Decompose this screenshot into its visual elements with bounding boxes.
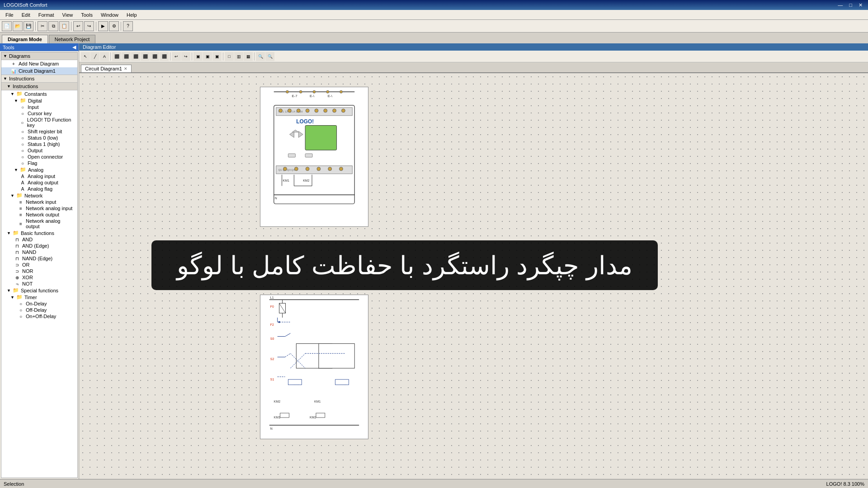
menu-format[interactable]: Format: [35, 11, 58, 19]
sep3: [96, 22, 96, 31]
zoom-in[interactable]: 🔍: [256, 52, 265, 61]
status0-icon: ○: [19, 136, 26, 141]
td-function-key-item[interactable]: ○ LOGO! TD Function key: [1, 117, 77, 128]
redo-diagram[interactable]: ↪: [181, 52, 190, 61]
block-btn2[interactable]: ▣: [203, 52, 212, 61]
instructions-section-header[interactable]: ▼ Instructions: [1, 83, 77, 90]
shift-register-item[interactable]: ○ Shift register bit: [1, 128, 77, 135]
tab-network-project[interactable]: Network Project: [49, 35, 96, 43]
special-functions-folder-icon: 📁: [13, 287, 19, 293]
block-btn3[interactable]: ▣: [212, 52, 222, 61]
align-center[interactable]: ⬛: [122, 52, 131, 61]
xor-item[interactable]: ⊕ XOR: [1, 274, 77, 281]
svg-point-52: [278, 321, 280, 323]
menu-view[interactable]: View: [59, 11, 77, 19]
off-delay-item[interactable]: ○ Off-Delay: [1, 307, 77, 313]
panel-collapse-icon[interactable]: ◀: [72, 44, 76, 50]
undo-btn[interactable]: ↩: [73, 21, 83, 31]
open-connector-item[interactable]: ○ Open connector: [1, 154, 77, 160]
add-diagram-icon: +: [10, 61, 17, 66]
network-analog-output-item[interactable]: ≡ Network analog output: [1, 218, 77, 230]
network-analog-input-item[interactable]: ≡ Network analog input: [1, 205, 77, 211]
nor-item[interactable]: ⊃ NOR: [1, 268, 77, 274]
align-v[interactable]: ⬛: [141, 52, 150, 61]
maximize-btn[interactable]: □: [847, 2, 854, 8]
instructions-main-header[interactable]: ▼ Instructions: [1, 75, 77, 83]
constants-group[interactable]: ▼ 📁 Constants: [1, 90, 77, 97]
window-controls[interactable]: — □ ✕: [836, 2, 864, 8]
select-tool[interactable]: ↖: [81, 52, 90, 61]
wire-tool[interactable]: ╱: [90, 52, 99, 61]
analog-output-item[interactable]: A Analog output: [1, 179, 77, 186]
paste-btn[interactable]: 📋: [59, 21, 69, 31]
menu-help[interactable]: Help: [123, 11, 141, 19]
and-edge-label: AND (Edge): [22, 243, 49, 249]
layout-2[interactable]: ▥: [234, 52, 243, 61]
align-left[interactable]: ⬛: [112, 52, 121, 61]
and-item[interactable]: ⊓ AND: [1, 236, 77, 243]
circuit-diagram1-tab[interactable]: Circuit Diagram1 ✕: [81, 65, 132, 72]
and-edge-item[interactable]: ⊓ AND (Edge): [1, 243, 77, 249]
align-right[interactable]: ⬛: [131, 52, 140, 61]
undo-diagram[interactable]: ↩: [172, 52, 181, 61]
transfer-btn[interactable]: ▶: [98, 21, 108, 31]
network-group[interactable]: ▼ 📁 Network: [1, 192, 77, 199]
or-item[interactable]: ⊃ OR: [1, 262, 77, 268]
new-btn[interactable]: 📄: [2, 21, 12, 31]
basic-functions-group[interactable]: ▼ 📁 Basic functions: [1, 230, 77, 236]
menu-edit[interactable]: Edit: [18, 11, 34, 19]
digital-group[interactable]: ▼ 📁 Digital: [1, 97, 77, 104]
input-item[interactable]: ○ Input: [1, 104, 77, 110]
simulate-btn[interactable]: ⚙: [109, 21, 119, 31]
copy-btn[interactable]: ⧉: [48, 21, 58, 31]
special-functions-group[interactable]: ▼ 📁 Special functions: [1, 287, 77, 294]
circuit-diagram1-item[interactable]: 📊 Circuit Diagram1: [1, 67, 77, 75]
status0-item[interactable]: ○ Status 0 (low): [1, 135, 77, 141]
tab-close-btn[interactable]: ✕: [124, 66, 127, 71]
distribute-h[interactable]: ⬛: [150, 52, 159, 61]
zoom-out[interactable]: 🔍: [265, 52, 274, 61]
redo-btn[interactable]: ↪: [84, 21, 94, 31]
diagrams-header[interactable]: ▼ Diagrams: [1, 52, 77, 60]
block-btn1[interactable]: ▣: [193, 52, 203, 61]
tab-diagram-mode[interactable]: Diagram Mode: [2, 35, 48, 43]
diagrams-section: ▼ Diagrams + Add New Diagram 📊 Circuit D…: [1, 52, 77, 75]
analog-flag-item[interactable]: A Analog flag: [1, 186, 77, 192]
status1-item[interactable]: ○ Status 1 (high): [1, 141, 77, 147]
analog-input-item[interactable]: A Analog input: [1, 173, 77, 179]
analog-group[interactable]: ▼ 📁 Analog: [1, 166, 77, 173]
upper-circuit: E-7 E-\ E-\ N 11 12 13 14 15 16: [260, 87, 368, 227]
distribute-v[interactable]: ⬛: [160, 52, 169, 61]
network-label: Network: [24, 193, 42, 198]
add-new-diagram-item[interactable]: + Add New Diagram: [1, 60, 77, 67]
layout-1[interactable]: □: [225, 52, 234, 61]
minimize-btn[interactable]: —: [836, 2, 844, 8]
cursor-key-item[interactable]: ○ Cursor key: [1, 110, 77, 117]
network-input-item[interactable]: ≡ Network input: [1, 199, 77, 205]
output-item[interactable]: ○ Output: [1, 147, 77, 154]
help-btn[interactable]: ?: [123, 21, 133, 31]
diagram-canvas[interactable]: E-7 E-\ E-\ N 11 12 13 14 15 16: [79, 73, 868, 479]
network-output-item[interactable]: ≡ Network output: [1, 211, 77, 218]
nand-item[interactable]: ⊓ NAND: [1, 249, 77, 255]
cut-btn[interactable]: ✂: [38, 21, 47, 31]
text-tool[interactable]: A: [100, 52, 109, 61]
menu-file[interactable]: File: [2, 11, 17, 19]
digital-label: Digital: [28, 98, 42, 103]
flag-item[interactable]: ○ Flag: [1, 160, 77, 166]
menu-window[interactable]: Window: [97, 11, 122, 19]
save-btn[interactable]: 💾: [24, 21, 33, 31]
menu-tools[interactable]: Tools: [77, 11, 96, 19]
open-btn[interactable]: 📂: [13, 21, 23, 31]
canvas-area[interactable]: E-7 E-\ E-\ N 11 12 13 14 15 16: [79, 73, 868, 479]
on-delay-item[interactable]: ○ On-Delay: [1, 300, 77, 307]
on-delay-label: On-Delay: [26, 301, 47, 306]
timer-group[interactable]: ▼ 📁 Timer: [1, 294, 77, 300]
not-item[interactable]: ¬ NOT: [1, 281, 77, 287]
layout-3[interactable]: ▦: [244, 52, 253, 61]
nand-edge-item[interactable]: ⊓ NAND (Edge): [1, 255, 77, 262]
on-off-delay-item[interactable]: ○ On+Off-Delay: [1, 313, 77, 319]
close-btn[interactable]: ✕: [857, 2, 864, 8]
dtb-sep2: [170, 52, 170, 61]
main-toolbar: 📄 📂 💾 ✂ ⧉ 📋 ↩ ↪ ▶ ⚙ ?: [0, 20, 868, 33]
